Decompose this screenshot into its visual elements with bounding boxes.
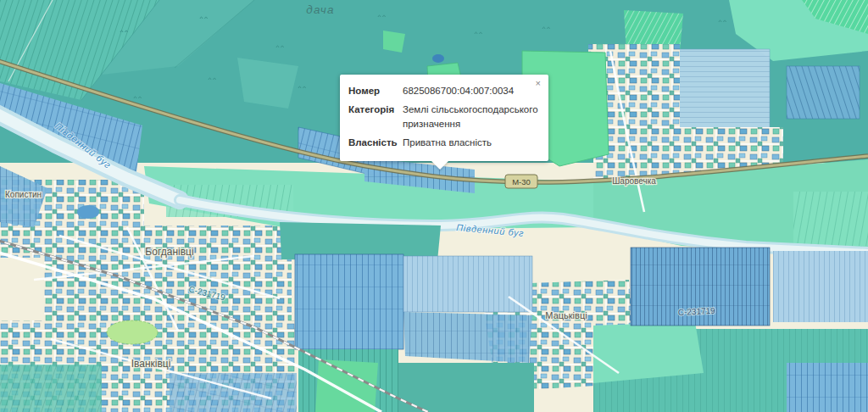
place-label-matskivtsi: Мацьківці [545,310,587,320]
attr-value-ownership: Приватна власність [403,136,542,150]
forest-label-dacha: дача [306,3,334,16]
popup-pointer [431,161,448,170]
attr-label-number: Номер [348,84,398,98]
attr-value-category: Землі сільськогосподарського призначення [403,103,542,131]
pond [432,54,444,63]
road-badge-m30-label: М-30 [512,177,531,187]
attr-value-number: 6825086700:04:007:0034 [403,84,542,98]
parcel-info-popup: × Номер 6825086700:04:007:0034 Категорія… [340,75,548,161]
attr-label-ownership: Власність [348,136,398,150]
place-label-kopystyn: Копистин [5,190,42,199]
parcel-attributes: Номер 6825086700:04:007:0034 Категорія З… [348,84,542,150]
place-label-ivankivtsi: Іванківці [131,358,171,370]
popup-close-button[interactable]: × [534,77,542,90]
road-label-c231719-right: С-231719 [678,306,716,317]
place-label-bohdanivtsi: Богданівці [145,246,193,258]
cadastral-map[interactable]: М-30 дача Південний буг Південний буг Бо… [0,0,868,412]
attr-label-category: Категорія [348,103,398,131]
park [107,320,158,344]
road-badge-m30: М-30 [505,175,537,188]
cadastral-map-app: М-30 дача Південний буг Південний буг Бо… [0,0,868,412]
place-label-sharovechka: Шаровечка [612,176,656,186]
